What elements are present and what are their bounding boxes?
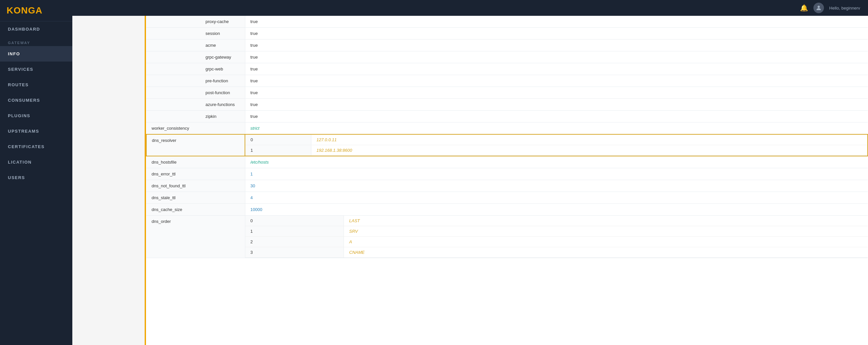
- table-row-dns-error-ttl: dns_error_ttl 1: [146, 168, 868, 180]
- sidebar-label-users: USERS: [8, 175, 25, 180]
- dns-resolver-val-1: 192.168.1.38:8600: [311, 145, 867, 156]
- sidebar-label-certificates: CERTIFICATES: [8, 144, 45, 149]
- sidebar-item-services[interactable]: SERVICES: [0, 62, 72, 77]
- table-row-post-function: post-function true: [146, 87, 868, 99]
- dns-order-idx-1: 1: [245, 226, 344, 237]
- table-row-grpc-web: grpc-web true: [146, 63, 868, 75]
- info-table: proxy-cache true session true acme true …: [146, 16, 868, 258]
- table-row-dns-cache-size: dns_cache_size 10000: [146, 204, 868, 215]
- sidebar-section-gateway: GATEWAY: [0, 37, 72, 46]
- plugin-enabled-cell: true: [245, 99, 868, 111]
- avatar: [813, 3, 824, 13]
- sidebar-label-consumers: CONSUMERS: [8, 98, 40, 103]
- logo-accent: K: [7, 5, 13, 16]
- worker-consistency-value: strict: [245, 122, 868, 135]
- dns-error-ttl-value: 1: [245, 168, 868, 180]
- dns-stale-ttl-value: 4: [245, 192, 868, 204]
- plugin-name-cell: grpc-gateway: [146, 51, 245, 63]
- table-row-acme: acme true: [146, 39, 868, 51]
- sidebar-item-dashboard[interactable]: DASHBOARD: [0, 21, 72, 37]
- sidebar-item-certificates[interactable]: CERTIFICATES: [0, 139, 72, 154]
- plugin-enabled-cell: true: [245, 87, 868, 99]
- dns-resolver-values: 0 127.0.0.11 1 192.168.1.38:8600: [245, 134, 868, 156]
- dns-order-val-1: SRV: [344, 226, 868, 237]
- dns-resolver-entry-1: 1 192.168.1.38:8600: [245, 145, 867, 156]
- table-row-dns-hostsfile: dns_hostsfile /etc/hosts: [146, 156, 868, 168]
- sidebar: KONGA DASHBOARD GATEWAY INFO SERVICES RO…: [0, 0, 72, 345]
- sidebar-label-plugins: PLUGINS: [8, 113, 30, 118]
- logo-text: ONGA: [13, 5, 42, 16]
- sidebar-item-application[interactable]: LICATION: [0, 154, 72, 170]
- sidebar-label-dashboard: DASHBOARD: [8, 27, 40, 32]
- dns-order-idx-3: 3: [245, 247, 344, 258]
- sidebar-item-routes[interactable]: ROUTES: [0, 77, 72, 92]
- plugin-enabled-cell: true: [245, 111, 868, 122]
- sidebar-item-upstreams[interactable]: UPSTREAMS: [0, 123, 72, 139]
- dns-not-found-ttl-key: dns_not_found_ttl: [146, 180, 245, 192]
- plugin-enabled-cell: true: [245, 16, 868, 28]
- sidebar-label-services: SERVICES: [8, 67, 34, 72]
- table-row-dns-resolver: dns_resolver 0 127.0.0.11 1 192.168.1.38…: [146, 134, 868, 156]
- table-row-zipkin: zipkin true: [146, 111, 868, 122]
- header-username: Hello, beginnerv: [829, 6, 860, 10]
- dns-resolver-idx-1: 1: [245, 145, 311, 156]
- plugin-name-cell: session: [146, 28, 245, 39]
- plugin-enabled-cell: true: [245, 75, 868, 87]
- dns-order-values: 0 LAST 1 SRV 2 A: [245, 215, 868, 258]
- table-row-proxy-cache: proxy-cache true: [146, 16, 868, 28]
- plugin-name-cell: post-function: [146, 87, 245, 99]
- dns-order-val-2: A: [344, 237, 868, 247]
- worker-consistency-key: worker_consistency: [146, 122, 245, 135]
- table-row-dns-not-found-ttl: dns_not_found_ttl 30: [146, 180, 868, 192]
- dns-hostsfile-key: dns_hostsfile: [146, 156, 245, 168]
- dns-hostsfile-value: /etc/hosts: [245, 156, 868, 168]
- dns-error-ttl-key: dns_error_ttl: [146, 168, 245, 180]
- dns-order-entry-1: 1 SRV: [245, 226, 868, 237]
- dns-resolver-val-0: 127.0.0.11: [311, 135, 867, 145]
- sidebar-label-info: INFO: [8, 51, 20, 56]
- top-header: 🔔 Hello, beginnerv: [72, 0, 868, 16]
- dns-resolver-idx-0: 0: [245, 135, 311, 145]
- table-row-session: session true: [146, 28, 868, 39]
- dns-cache-size-key: dns_cache_size: [146, 204, 245, 215]
- table-row-dns-stale-ttl: dns_stale_ttl 4: [146, 192, 868, 204]
- dns-order-entry-0: 0 LAST: [245, 215, 868, 226]
- dns-order-entry-3: 3 CNAME: [245, 247, 868, 258]
- dns-order-entry-2: 2 A: [245, 237, 868, 247]
- dns-resolver-entry-0: 0 127.0.0.11: [245, 135, 867, 145]
- table-row-pre-function: pre-function true: [146, 75, 868, 87]
- dns-order-idx-2: 2: [245, 237, 344, 247]
- dns-order-val-3: CNAME: [344, 247, 868, 258]
- table-row-grpc-gateway: grpc-gateway true: [146, 51, 868, 63]
- sidebar-item-info[interactable]: INFO: [0, 46, 72, 62]
- table-row-azure-functions: azure-functions true: [146, 99, 868, 111]
- bell-icon[interactable]: 🔔: [800, 4, 808, 12]
- svg-point-0: [818, 6, 820, 8]
- table-row-dns-order: dns_order 0 LAST 1 SRV: [146, 215, 868, 258]
- dns-cache-size-value: 10000: [245, 204, 868, 215]
- plugin-name-cell: pre-function: [146, 75, 245, 87]
- main-content: proxy-cache true session true acme true …: [145, 16, 868, 345]
- sidebar-item-users[interactable]: USERS: [0, 170, 72, 185]
- sidebar-label-upstreams: UPSTREAMS: [8, 129, 39, 134]
- sidebar-item-plugins[interactable]: PLUGINS: [0, 108, 72, 123]
- dns-order-idx-0: 0: [245, 215, 344, 226]
- plugin-enabled-cell: true: [245, 63, 868, 75]
- sidebar-label-routes: ROUTES: [8, 82, 29, 87]
- plugin-name-cell: proxy-cache: [146, 16, 245, 28]
- dns-stale-ttl-key: dns_stale_ttl: [146, 192, 245, 204]
- table-wrapper: proxy-cache true session true acme true …: [146, 16, 868, 345]
- dns-resolver-key: dns_resolver: [146, 134, 245, 156]
- dns-order-val-0: LAST: [344, 215, 868, 226]
- sidebar-item-consumers[interactable]: CONSUMERS: [0, 92, 72, 108]
- table-row-worker-consistency: worker_consistency strict: [146, 122, 868, 135]
- dns-order-nested: 0 LAST 1 SRV 2 A: [245, 215, 868, 258]
- plugin-enabled-cell: true: [245, 51, 868, 63]
- app-logo: KONGA: [0, 0, 72, 21]
- plugin-enabled-cell: true: [245, 28, 868, 39]
- plugin-name-cell: acme: [146, 39, 245, 51]
- dns-not-found-ttl-value: 30: [245, 180, 868, 192]
- sidebar-label-application: LICATION: [8, 160, 32, 165]
- plugin-name-cell: grpc-web: [146, 63, 245, 75]
- dns-resolver-nested: 0 127.0.0.11 1 192.168.1.38:8600: [245, 135, 867, 156]
